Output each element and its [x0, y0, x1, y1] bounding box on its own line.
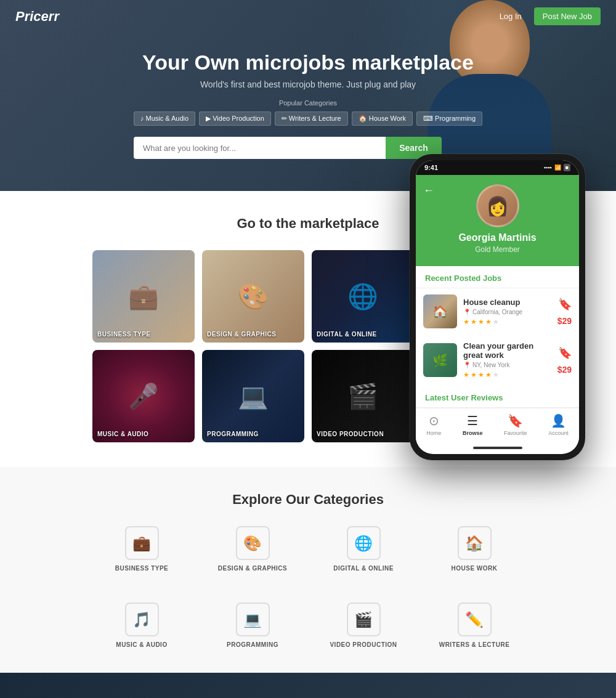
- category-tags: ♪ Music & Audio ▶ Video Production ✏ Wri…: [134, 112, 482, 126]
- card-label-video: VIDEO PRODUCTION: [317, 431, 384, 437]
- nav-links: Log In Post New Job: [500, 7, 601, 25]
- phone-user-name: Georgia Martinis: [425, 232, 570, 243]
- search-bar: Search: [134, 137, 442, 159]
- job-thumb-2: 🌿: [423, 343, 457, 377]
- recent-jobs-title: Recent Posted Jobs: [416, 266, 579, 288]
- favourite-nav-label: Favourite: [504, 430, 527, 436]
- battery-icon: ■: [564, 164, 570, 171]
- explore-music-icon: 🎵: [125, 603, 159, 636]
- try-program-section: Try our program Start by posting your jo…: [0, 673, 616, 698]
- favourite-nav-icon: 🔖: [508, 413, 523, 428]
- star-1-3: ★: [478, 318, 484, 326]
- signal-icon: ▪▪▪▪: [544, 164, 552, 171]
- explore-business-icon: 💼: [125, 526, 159, 560]
- cat-tag-writers[interactable]: ✏ Writers & Lecture: [275, 112, 348, 126]
- phone-outer-frame: 9:41 ▪▪▪▪ 📶 ■ ← 👩 Georgia Martinis Gold …: [410, 154, 585, 460]
- phone-nav-home[interactable]: ⊙ Home: [426, 413, 441, 436]
- explore-design[interactable]: 🎨 DESIGN & GRAPHICS: [203, 526, 302, 572]
- login-link[interactable]: Log In: [500, 12, 522, 21]
- hero-subtitle: World's first and best microjob theme. J…: [134, 79, 482, 89]
- explore-music-label: MUSIC & AUDIO: [116, 641, 167, 648]
- navbar: Pricerr Log In Post New Job: [0, 0, 616, 33]
- card-label-programming: PROGRAMMING: [207, 431, 259, 437]
- job-card-1[interactable]: 🏠 House cleanup 📍 California, Orange ★ ★…: [416, 288, 579, 335]
- cat-tag-house[interactable]: 🏠 House Work: [352, 112, 413, 126]
- explore-programming-label: PROGRAMMING: [227, 641, 278, 648]
- star-1-4: ★: [485, 318, 492, 326]
- job-card-2[interactable]: 🌿 Clean your garden great work 📍 NY, New…: [416, 335, 579, 385]
- explore-grid-row2: 🎵 MUSIC & AUDIO 💻 PROGRAMMING 🎬 VIDEO PR…: [92, 603, 524, 648]
- explore-design-icon: 🎨: [236, 526, 270, 560]
- job-stars-1: ★ ★ ★ ★ ★: [463, 318, 551, 326]
- explore-video[interactable]: 🎬 VIDEO PRODUCTION: [314, 603, 413, 648]
- card-design-graphics[interactable]: 🎨 DESIGN & GRAPHICS: [202, 250, 304, 343]
- home-nav-label: Home: [426, 430, 441, 436]
- cat-tag-music[interactable]: ♪ Music & Audio: [134, 112, 195, 126]
- explore-writers-label: WRITERS & LECTURE: [439, 641, 510, 648]
- job-stars-2: ★ ★ ★ ★ ★: [463, 371, 551, 379]
- home-nav-icon: ⊙: [429, 413, 439, 428]
- explore-digital-label: DIGITAL & ONLINE: [333, 565, 394, 572]
- explore-digital[interactable]: 🌐 DIGITAL & ONLINE: [314, 526, 413, 572]
- phone-nav-account[interactable]: 👤 Account: [548, 413, 569, 436]
- card-video-production[interactable]: 🎬 VIDEO PRODUCTION: [312, 350, 414, 442]
- programming-icon: 💻: [238, 382, 269, 411]
- explore-business-label: BUSINESS TYPE: [115, 565, 169, 572]
- explore-house-label: HOUSE WORK: [452, 565, 498, 572]
- explore-writers[interactable]: ✏️ WRITERS & LECTURE: [425, 603, 524, 648]
- explore-programming[interactable]: 💻 PROGRAMMING: [203, 603, 302, 648]
- phone-back-button[interactable]: ←: [423, 184, 434, 197]
- wifi-icon: 📶: [554, 164, 561, 171]
- hero-content: Your Own microjobs marketplace World's f…: [134, 51, 482, 159]
- bookmark-icon-2[interactable]: 🔖: [558, 346, 572, 360]
- avatar-emoji: 👩: [486, 195, 509, 217]
- location-pin-icon-2: 📍: [463, 362, 471, 368]
- explore-music[interactable]: 🎵 MUSIC & AUDIO: [92, 603, 191, 648]
- hero-title: Your Own microjobs marketplace: [134, 51, 482, 75]
- job-info-2: Clean your garden great work 📍 NY, New Y…: [463, 341, 551, 379]
- design-graphics-icon: 🎨: [238, 282, 269, 311]
- music-audio-icon: 🎤: [128, 382, 159, 411]
- cat-tag-video[interactable]: ▶ Video Production: [199, 112, 271, 126]
- video-production-icon: 🎬: [347, 382, 378, 411]
- phone-user-role: Gold Member: [425, 245, 570, 254]
- card-business-type[interactable]: 💼 BUSINESS TYPE: [92, 250, 195, 343]
- popular-cats-label: Popular Categories: [134, 99, 482, 107]
- phone-green-header: ← 👩 Georgia Martinis Gold Member: [416, 175, 579, 266]
- job-price-1: $29: [557, 316, 572, 326]
- star-2-5: ★: [493, 371, 499, 379]
- cat-tag-programming[interactable]: ⌨ Programming: [416, 112, 482, 126]
- job-title-1: House cleanup: [463, 298, 551, 307]
- card-label-design: DESIGN & GRAPHICS: [207, 331, 276, 338]
- star-1-1: ★: [463, 318, 469, 326]
- card-music-audio[interactable]: 🎤 MUSIC & AUDIO: [92, 350, 195, 442]
- search-input[interactable]: [134, 137, 386, 159]
- card-label-business: BUSINESS TYPE: [97, 331, 151, 338]
- phone-time: 9:41: [424, 164, 438, 171]
- explore-video-label: VIDEO PRODUCTION: [330, 641, 397, 648]
- phone-status-icons: ▪▪▪▪ 📶 ■: [544, 164, 570, 171]
- phone-nav-browse[interactable]: ☰ Browse: [463, 413, 483, 436]
- phone-nav-favourite[interactable]: 🔖 Favourite: [504, 413, 527, 436]
- star-1-2: ★: [471, 318, 477, 326]
- bookmark-icon-1[interactable]: 🔖: [558, 298, 572, 311]
- star-2-1: ★: [463, 371, 469, 379]
- browse-nav-icon: ☰: [467, 413, 478, 428]
- explore-business[interactable]: 💼 BUSINESS TYPE: [92, 526, 191, 572]
- card-programming[interactable]: 💻 PROGRAMMING: [202, 350, 304, 442]
- post-new-job-button[interactable]: Post New Job: [534, 7, 601, 25]
- job-location-1: 📍 California, Orange: [463, 309, 551, 315]
- explore-section: Explore Our Categories 💼 BUSINESS TYPE 🎨…: [0, 467, 616, 673]
- phone-mockup: 9:41 ▪▪▪▪ 📶 ■ ← 👩 Georgia Martinis Gold …: [410, 154, 585, 460]
- explore-title: Explore Our Categories: [12, 492, 604, 508]
- phone-home-indicator: [473, 447, 522, 449]
- reviews-title: Latest User Reviews: [416, 386, 579, 408]
- card-digital-online[interactable]: 🌐 DIGITAL & ONLINE: [312, 250, 414, 343]
- explore-writers-icon: ✏️: [458, 603, 492, 636]
- explore-design-label: DESIGN & GRAPHICS: [218, 565, 287, 572]
- account-nav-icon: 👤: [551, 413, 566, 428]
- browse-nav-label: Browse: [463, 430, 483, 436]
- explore-digital-icon: 🌐: [347, 526, 381, 560]
- explore-house[interactable]: 🏠 HOUSE WORK: [425, 526, 524, 572]
- phone-screen: 9:41 ▪▪▪▪ 📶 ■ ← 👩 Georgia Martinis Gold …: [416, 160, 579, 454]
